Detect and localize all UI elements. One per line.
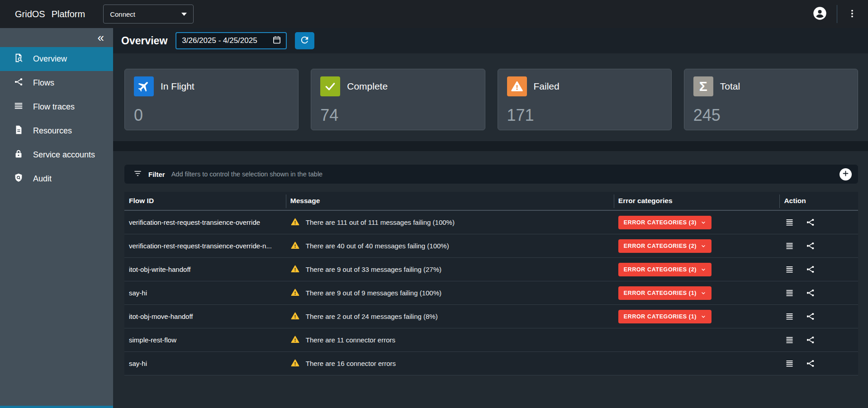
- sidebar-collapse-row: «: [0, 28, 113, 47]
- table-row: verification-rest-request-transience-ove…: [124, 211, 858, 234]
- row-message: There are 40 out of 40 messages failing …: [306, 242, 449, 250]
- warning-triangle-icon: [290, 241, 300, 251]
- chevron-down-icon: [701, 220, 706, 225]
- sidebar-item-label: Resources: [33, 126, 72, 136]
- sidebar-item-label: Audit: [33, 174, 52, 184]
- row-message: There are 9 out of 9 messages failing (1…: [306, 289, 441, 297]
- flow-id: verification-rest-request-transience-ove…: [124, 218, 286, 226]
- chevron-down-icon: [701, 243, 706, 249]
- details-button[interactable]: [785, 265, 794, 274]
- date-range-input[interactable]: 3/26/2025 - 4/25/2025: [175, 32, 287, 49]
- check-icon: [320, 76, 340, 96]
- stat-card-in-flight: In Flight 0: [124, 69, 299, 130]
- lock-icon: [14, 149, 24, 161]
- error-categories-button[interactable]: ERROR CATEGORIES (1): [618, 310, 711, 323]
- error-categories-button[interactable]: ERROR CATEGORIES (2): [618, 239, 711, 253]
- flow-graph-button[interactable]: [806, 335, 815, 345]
- page-header: Overview 3/26/2025 - 4/25/2025: [113, 28, 868, 53]
- connect-dropdown[interactable]: Connect: [103, 5, 194, 24]
- main-content: Overview 3/26/2025 - 4/25/2025: [113, 28, 868, 408]
- stat-card-total: Σ Total 245: [684, 69, 858, 130]
- chevron-down-icon: [701, 267, 706, 272]
- stat-label: Failed: [534, 81, 560, 92]
- error-categories-button[interactable]: ERROR CATEGORIES (1): [618, 286, 711, 300]
- sidebar-item-resources[interactable]: Resources: [0, 119, 113, 143]
- flow-graph-button[interactable]: [806, 288, 815, 298]
- sidebar-item-service-accounts[interactable]: Service accounts: [0, 143, 113, 167]
- table-row: verification-rest-request-transience-ove…: [124, 234, 858, 258]
- flow-id: simple-rest-flow: [124, 336, 286, 344]
- flow-graph-button[interactable]: [806, 359, 815, 368]
- section-divider-band: [113, 141, 868, 151]
- stat-card-complete: Complete 74: [311, 69, 485, 130]
- flow-id: say-hi: [124, 360, 286, 367]
- details-button[interactable]: [785, 312, 794, 321]
- sidebar-item-label: Flow traces: [33, 102, 75, 112]
- details-button[interactable]: [785, 335, 794, 345]
- stat-card-failed: Failed 171: [498, 69, 672, 130]
- row-message: There are 11 connector errors: [306, 336, 395, 344]
- add-filter-button[interactable]: [840, 168, 852, 180]
- more-menu-button[interactable]: [847, 8, 857, 21]
- collapse-sidebar-icon[interactable]: «: [98, 32, 104, 43]
- sidebar-item-flow-traces[interactable]: Flow traces: [0, 95, 113, 119]
- refresh-icon: [299, 35, 310, 47]
- details-button[interactable]: [785, 359, 794, 368]
- warning-triangle-icon: [290, 288, 300, 299]
- warning-triangle-icon: [290, 358, 300, 369]
- top-bar: GridOS Platform Connect: [0, 0, 868, 28]
- date-range-value: 3/26/2025 - 4/25/2025: [182, 36, 257, 45]
- table-row: itot-obj-move-handoff There are 2 out of…: [124, 305, 858, 328]
- brand-primary: GridOS: [15, 9, 45, 19]
- warning-triangle-icon: [290, 335, 300, 346]
- row-message: There are 2 out of 24 messages failing (…: [306, 313, 438, 320]
- plus-icon: [842, 170, 849, 179]
- flows-icon: [14, 77, 24, 89]
- error-categories-button[interactable]: ERROR CATEGORIES (2): [618, 263, 711, 276]
- sidebar-item-audit[interactable]: Audit: [0, 167, 113, 191]
- refresh-button[interactable]: [295, 32, 314, 49]
- details-button[interactable]: [785, 218, 794, 227]
- filter-bar: Filter Add filters to control the select…: [124, 165, 858, 184]
- details-button[interactable]: [785, 288, 794, 298]
- flow-graph-button[interactable]: [806, 218, 815, 227]
- filter-hint: Add filters to control the selection sho…: [171, 171, 323, 178]
- warning-triangle-icon: [290, 217, 300, 228]
- sidebar-item-overview[interactable]: Overview: [0, 47, 113, 71]
- flow-id: itot-obj-move-handoff: [124, 313, 286, 320]
- flow-id: say-hi: [124, 289, 286, 297]
- row-message: There are 111 out of 111 messages failin…: [306, 218, 455, 226]
- details-button[interactable]: [785, 241, 794, 251]
- table-row: say-hi There are 16 connector errors: [124, 352, 858, 375]
- topbar-divider: [837, 5, 837, 23]
- flow-graph-button[interactable]: [806, 265, 815, 274]
- column-header-action[interactable]: Action: [779, 192, 858, 210]
- warning-icon: [507, 76, 527, 96]
- sigma-icon: Σ: [693, 76, 713, 96]
- calendar-icon: [272, 35, 281, 47]
- page-title: Overview: [121, 35, 167, 47]
- error-categories-button[interactable]: ERROR CATEGORIES (3): [618, 216, 711, 229]
- column-header-flow-id[interactable]: Flow ID: [124, 192, 286, 210]
- kebab-menu-icon: [847, 8, 857, 21]
- filter-icon: [133, 169, 142, 180]
- flow-graph-button[interactable]: [806, 312, 815, 321]
- plane-icon: [134, 76, 154, 96]
- flow-traces-icon: [14, 101, 24, 113]
- topbar-actions: [813, 5, 857, 23]
- sidebar-item-label: Flows: [33, 78, 54, 88]
- flow-id: verification-rest-request-transience-ove…: [124, 242, 286, 250]
- filter-label: Filter: [148, 171, 165, 178]
- shield-icon: [14, 173, 24, 185]
- connect-dropdown-label: Connect: [110, 10, 135, 18]
- table-row: simple-rest-flow There are 11 connector …: [124, 328, 858, 352]
- column-header-message[interactable]: Message: [286, 192, 614, 210]
- table-row: say-hi There are 9 out of 9 messages fai…: [124, 281, 858, 305]
- warning-triangle-icon: [290, 264, 300, 275]
- account-button[interactable]: [813, 6, 827, 22]
- stat-label: In Flight: [161, 81, 194, 92]
- stat-value: 245: [693, 107, 849, 123]
- sidebar-item-flows[interactable]: Flows: [0, 71, 113, 95]
- column-header-error-categories[interactable]: Error categories: [614, 192, 780, 210]
- flow-graph-button[interactable]: [806, 241, 815, 251]
